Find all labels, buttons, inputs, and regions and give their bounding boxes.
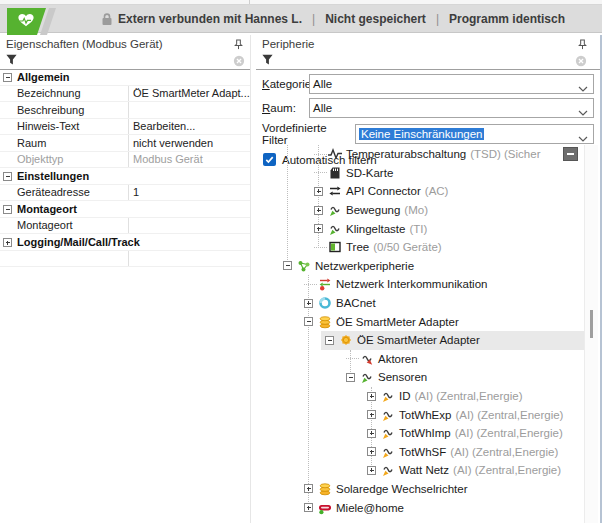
property-value[interactable] <box>128 102 250 118</box>
section-label: Einstellungen <box>0 168 89 184</box>
property-name: Raum <box>0 135 128 151</box>
bacnet-ring-icon <box>318 296 332 310</box>
arrows-swap-icon <box>328 184 342 198</box>
property-row: Geräteadresse1 <box>0 185 250 202</box>
motion-green-icon <box>328 203 342 217</box>
collapse-overlay-button[interactable] <box>563 147 578 161</box>
tree-item-label: Miele@home <box>336 502 404 514</box>
property-value[interactable]: Modbus Gerät <box>128 152 250 168</box>
property-name: Montageort <box>0 218 128 234</box>
collapse-icon[interactable] <box>325 336 334 345</box>
tree-item-watt-netz[interactable]: Watt Netz(AI) (Zentral,Energie) <box>256 461 586 480</box>
collapse-icon[interactable] <box>283 261 292 270</box>
tree-item-totwhsf[interactable]: TotWhSF(AI) (Zentral,Energie) <box>256 443 586 462</box>
tree-item-bacnet[interactable]: BACnet <box>256 294 586 313</box>
property-name: Beschreibung <box>0 102 128 118</box>
tree-item-suffix: (AI) (Zentral,Energie) <box>450 446 558 458</box>
tree-item-api-connector[interactable]: API Connector(AC) <box>256 182 586 201</box>
collapse-icon[interactable] <box>3 73 12 82</box>
property-row: BezeichnungÖE SmartMeter Adapt... <box>0 86 250 103</box>
tree-item-label: Temperaturabschaltung <box>346 148 466 160</box>
expand-icon[interactable] <box>304 299 313 308</box>
tree-item-id[interactable]: ID(AI) (Zentral,Energie) <box>256 387 586 406</box>
vordefinierte-filter-value: Keine Einschränkungen <box>359 128 484 140</box>
collapse-icon[interactable] <box>3 172 12 181</box>
kategorie-select[interactable]: Alle <box>309 74 594 94</box>
tree-item-netzwerk-interkommunikation[interactable]: Netzwerk Interkommunikation <box>256 275 586 294</box>
pin-icon[interactable] <box>577 39 588 50</box>
tree-item-öe-smartmeter-adapter[interactable]: ÖE SmartMeter Adapter <box>256 312 586 331</box>
property-value[interactable]: Bearbeiten... <box>128 119 250 135</box>
tree-item-suffix: (AI) (Zentral,Energie) <box>455 427 563 439</box>
expand-icon[interactable] <box>314 187 323 196</box>
expand-icon[interactable] <box>314 206 323 215</box>
tree-item-bewegung[interactable]: Bewegung(Mo) <box>256 201 586 220</box>
property-section: Logging/Mail/Call/Track <box>0 234 250 251</box>
pin-icon[interactable] <box>233 39 244 50</box>
expand-icon[interactable] <box>3 238 12 247</box>
periphery-panel: Peripherie Kategorie: Alle Raum: Alle <box>256 35 602 523</box>
tree-item-totwhexp[interactable]: TotWhExp(AI) (Zentral,Energie) <box>256 405 586 424</box>
expand-icon[interactable] <box>304 484 313 493</box>
tree-item-solaredge-wechselrichter[interactable]: Solaredge Wechselrichter <box>256 480 586 499</box>
expand-icon[interactable] <box>367 429 376 438</box>
periphery-tree: Temperaturabschaltung(TSD) (SicherSD-Kar… <box>256 145 586 523</box>
tree-branch-line <box>314 150 323 159</box>
vordefinierte-filter-select[interactable]: Keine Einschränkungen <box>355 124 594 144</box>
properties-panel-title: Eigenschaften (Modbus Gerät) <box>6 38 163 50</box>
property-row: Raumnicht verwenden <box>0 135 250 152</box>
tree-item-sd-karte[interactable]: SD-Karte <box>256 164 586 183</box>
clear-filter-icon[interactable] <box>233 55 245 67</box>
db-stack-icon <box>318 482 332 496</box>
expand-icon[interactable] <box>367 466 376 475</box>
tree-branch-line <box>314 243 323 252</box>
motion-red-icon <box>360 352 374 366</box>
pulse-icon <box>328 147 342 161</box>
property-value[interactable]: ÖE SmartMeter Adapt... <box>128 86 250 102</box>
tree-item-klingeltaste[interactable]: Klingeltaste(TI) <box>256 219 586 238</box>
chevron-down-icon <box>578 132 588 144</box>
collapse-icon[interactable] <box>3 205 12 214</box>
top-bar: Extern verbunden mit Hannes L. | Nicht g… <box>0 0 602 33</box>
periphery-filter-input[interactable] <box>256 52 602 70</box>
tree-item-label: Netzwerkperipherie <box>315 260 414 272</box>
program-status: Programm identisch <box>449 12 565 26</box>
property-value[interactable]: 1 <box>128 185 250 201</box>
property-name: Hinweis-Text <box>0 119 128 135</box>
expand-icon[interactable] <box>314 224 323 233</box>
property-value[interactable] <box>128 218 250 234</box>
properties-filter-input[interactable] <box>0 52 250 70</box>
property-row: Montageort <box>0 218 250 235</box>
expand-icon[interactable] <box>367 447 376 456</box>
expand-icon[interactable] <box>304 503 313 512</box>
tree-item-sensoren[interactable]: Sensoren <box>256 368 586 387</box>
tree-item-öe-smartmeter-adapter[interactable]: ÖE SmartMeter Adapter <box>256 331 586 350</box>
scrollbar-thumb[interactable] <box>590 310 593 338</box>
tree-item-temperaturabschaltung[interactable]: Temperaturabschaltung(TSD) (Sicher <box>256 145 586 164</box>
collapse-icon[interactable] <box>346 373 355 382</box>
tree-branch-line <box>304 280 313 289</box>
raum-select[interactable]: Alle <box>309 98 594 118</box>
tree-scrollbar[interactable] <box>584 145 598 523</box>
tree-item-label: Aktoren <box>378 353 418 365</box>
collapse-icon[interactable] <box>304 317 313 326</box>
clear-filter-icon[interactable] <box>575 55 587 67</box>
tree-item-netzwerkperipherie[interactable]: Netzwerkperipherie <box>256 257 586 276</box>
tree-item-label: Bewegung <box>346 204 400 216</box>
interkom-icon <box>318 277 332 291</box>
expand-icon[interactable] <box>367 392 376 401</box>
minus-icon <box>567 153 574 155</box>
property-row: Beschreibung <box>0 102 250 119</box>
network-green-icon <box>297 259 311 273</box>
tree-item-miele@home[interactable]: Miele@home <box>256 498 586 517</box>
expand-icon[interactable] <box>367 410 376 419</box>
wave-ai-icon <box>381 426 395 440</box>
section-label: Logging/Mail/Call/Track <box>0 234 140 250</box>
property-value[interactable]: nicht verwenden <box>128 135 250 151</box>
tree-item-totwhimp[interactable]: TotWhImp(AI) (Zentral,Energie) <box>256 424 586 443</box>
sd-card-icon <box>328 166 342 180</box>
tree-item-suffix: (AC) <box>425 185 449 197</box>
funnel-icon <box>5 52 18 70</box>
tree-item-tree[interactable]: Tree(0/50 Geräte) <box>256 238 586 257</box>
tree-item-aktoren[interactable]: Aktoren <box>256 350 586 369</box>
